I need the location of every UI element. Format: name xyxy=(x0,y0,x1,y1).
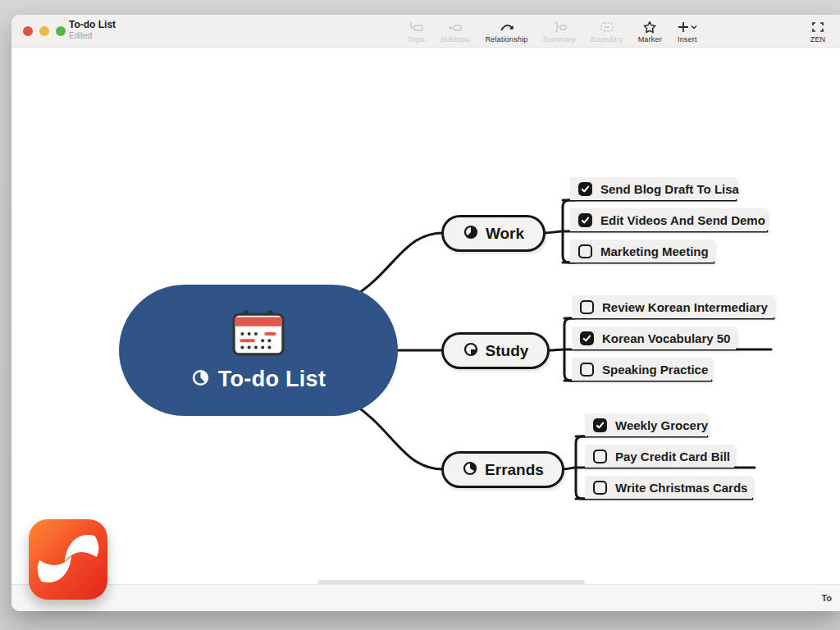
calendar-icon xyxy=(231,309,285,360)
checkbox-icon[interactable] xyxy=(593,450,607,463)
insert-label: Insert xyxy=(678,35,697,43)
task-korean-vocabulary[interactable]: Korean Vocabulary 50 xyxy=(572,326,736,349)
topic-button[interactable]: Topic xyxy=(400,17,433,46)
topic-icon xyxy=(409,20,425,34)
task-progress-icon xyxy=(463,224,479,244)
summary-label: Summary xyxy=(543,35,576,43)
insert-plus-icon xyxy=(677,20,698,34)
relationship-label: Relationship xyxy=(486,35,528,43)
marker-label: Marker xyxy=(638,35,662,43)
branch-errands[interactable]: Errands xyxy=(441,451,564,488)
task-label: Write Christmas Cards xyxy=(615,481,747,495)
close-button[interactable] xyxy=(23,26,33,36)
branch-work[interactable]: Work xyxy=(441,215,546,252)
checkbox-icon[interactable] xyxy=(593,418,607,432)
titlebar: To-do List Edited Topic Subtopic Relatio… xyxy=(11,15,840,48)
sheet-tab-label[interactable]: To xyxy=(821,593,832,603)
traffic-lights xyxy=(23,26,66,36)
minimize-button[interactable] xyxy=(39,26,49,36)
checkbox-icon[interactable] xyxy=(580,300,594,314)
marker-star-icon xyxy=(641,20,658,34)
task-edit-videos[interactable]: Edit Videos And Send Demo xyxy=(570,208,767,231)
subtopic-button[interactable]: Subtopic xyxy=(433,17,478,46)
toolbar: Topic Subtopic Relationship Summary Boun… xyxy=(400,17,705,46)
insert-button[interactable]: Insert xyxy=(669,17,705,46)
task-label: Edit Videos And Send Demo xyxy=(600,213,765,227)
task-label: Weekly Grocery xyxy=(615,418,708,432)
task-speaking-practice[interactable]: Speaking Practice xyxy=(572,358,711,381)
zoom-button[interactable] xyxy=(56,26,66,36)
task-label: Marketing Meeting xyxy=(600,244,709,258)
branch-study[interactable]: Study xyxy=(441,332,550,369)
boundary-icon xyxy=(599,20,615,34)
relationship-button[interactable]: Relationship xyxy=(478,17,536,46)
checkbox-icon[interactable] xyxy=(578,213,592,227)
task-progress-icon xyxy=(191,368,210,390)
task-progress-icon xyxy=(462,460,478,480)
checkbox-icon[interactable] xyxy=(580,331,594,345)
zen-icon xyxy=(810,20,826,34)
zen-mode-button[interactable]: ZEN xyxy=(802,17,833,46)
summary-button[interactable]: Summary xyxy=(536,17,583,46)
task-marketing-meeting[interactable]: Marketing Meeting xyxy=(570,240,714,262)
zen-label: ZEN xyxy=(810,35,826,43)
document-title: To-do List xyxy=(69,20,116,31)
subtopic-icon xyxy=(447,20,463,34)
checkbox-icon[interactable] xyxy=(578,244,592,258)
document-status: Edited xyxy=(69,31,116,41)
task-progress-icon xyxy=(463,341,479,361)
document-title-block: To-do List Edited xyxy=(69,20,116,40)
task-write-christmas-cards[interactable]: Write Christmas Cards xyxy=(585,476,752,499)
relationship-icon xyxy=(498,20,516,34)
task-review-korean[interactable]: Review Korean Intermediary xyxy=(572,295,774,318)
xmind-logo[interactable] xyxy=(29,519,107,600)
task-label: Speaking Practice xyxy=(602,363,708,377)
statusbar: To xyxy=(11,584,840,611)
task-weekly-grocery[interactable]: Weekly Grocery xyxy=(585,413,707,436)
task-label: Send Blog Draft To Lisa xyxy=(600,182,739,196)
task-label: Review Korean Intermediary xyxy=(602,300,768,314)
xmind-logo-mark xyxy=(29,519,107,598)
summary-icon xyxy=(551,20,568,34)
central-topic-label: To-do List xyxy=(218,367,326,392)
branch-label: Errands xyxy=(485,461,544,479)
central-topic[interactable]: To-do List xyxy=(119,285,398,416)
checkbox-icon[interactable] xyxy=(578,182,592,196)
boundary-button[interactable]: Boundary xyxy=(582,17,630,46)
branch-label: Study xyxy=(486,342,529,360)
task-send-blog-draft[interactable]: Send Blog Draft To Lisa xyxy=(570,177,736,200)
task-label: Korean Vocabulary 50 xyxy=(602,331,730,345)
checkbox-icon[interactable] xyxy=(580,363,594,377)
subtopic-label: Subtopic xyxy=(441,35,471,43)
task-pay-credit-card[interactable]: Pay Credit Card Bill xyxy=(585,445,734,468)
boundary-label: Boundary xyxy=(590,35,623,43)
checkbox-icon[interactable] xyxy=(593,481,607,495)
task-label: Pay Credit Card Bill xyxy=(615,450,730,463)
branch-label: Work xyxy=(486,225,524,243)
topic-label: Topic xyxy=(408,35,426,43)
marker-button[interactable]: Marker xyxy=(631,17,669,46)
